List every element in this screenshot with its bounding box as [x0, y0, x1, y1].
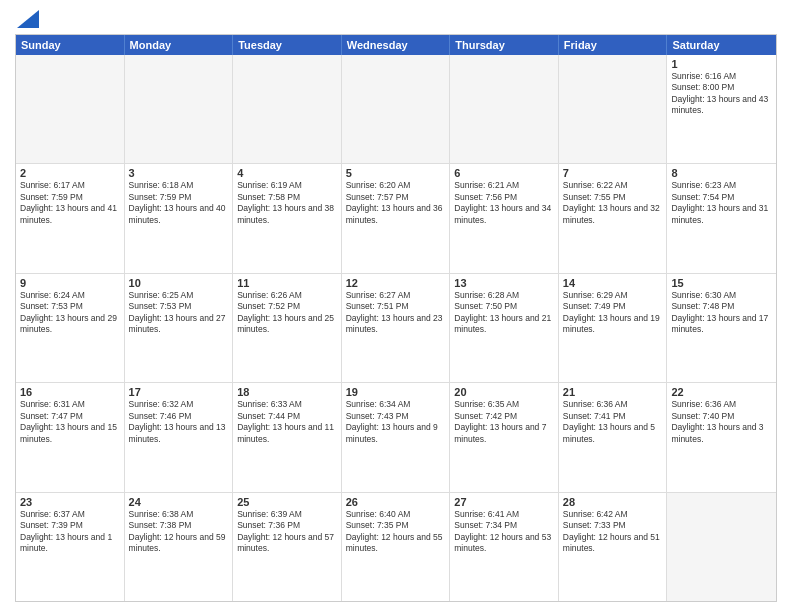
day-number: 24	[129, 496, 229, 508]
day-number: 14	[563, 277, 663, 289]
day-number: 6	[454, 167, 554, 179]
cell-info: Sunrise: 6:17 AM Sunset: 7:59 PM Dayligh…	[20, 180, 120, 226]
calendar-cell-4-1: 24Sunrise: 6:38 AM Sunset: 7:38 PM Dayli…	[125, 493, 234, 601]
day-number: 19	[346, 386, 446, 398]
cell-info: Sunrise: 6:26 AM Sunset: 7:52 PM Dayligh…	[237, 290, 337, 336]
cell-info: Sunrise: 6:16 AM Sunset: 8:00 PM Dayligh…	[671, 71, 772, 117]
calendar-row-1: 2Sunrise: 6:17 AM Sunset: 7:59 PM Daylig…	[16, 164, 776, 273]
cell-info: Sunrise: 6:34 AM Sunset: 7:43 PM Dayligh…	[346, 399, 446, 445]
calendar-cell-3-1: 17Sunrise: 6:32 AM Sunset: 7:46 PM Dayli…	[125, 383, 234, 491]
calendar-cell-4-4: 27Sunrise: 6:41 AM Sunset: 7:34 PM Dayli…	[450, 493, 559, 601]
cell-info: Sunrise: 6:41 AM Sunset: 7:34 PM Dayligh…	[454, 509, 554, 555]
cell-info: Sunrise: 6:23 AM Sunset: 7:54 PM Dayligh…	[671, 180, 772, 226]
header-day-monday: Monday	[125, 35, 234, 55]
calendar-cell-2-1: 10Sunrise: 6:25 AM Sunset: 7:53 PM Dayli…	[125, 274, 234, 382]
header-day-wednesday: Wednesday	[342, 35, 451, 55]
day-number: 13	[454, 277, 554, 289]
day-number: 26	[346, 496, 446, 508]
calendar-cell-3-6: 22Sunrise: 6:36 AM Sunset: 7:40 PM Dayli…	[667, 383, 776, 491]
cell-info: Sunrise: 6:19 AM Sunset: 7:58 PM Dayligh…	[237, 180, 337, 226]
cell-info: Sunrise: 6:36 AM Sunset: 7:40 PM Dayligh…	[671, 399, 772, 445]
calendar-cell-0-2	[233, 55, 342, 163]
calendar-cell-1-0: 2Sunrise: 6:17 AM Sunset: 7:59 PM Daylig…	[16, 164, 125, 272]
day-number: 7	[563, 167, 663, 179]
cell-info: Sunrise: 6:39 AM Sunset: 7:36 PM Dayligh…	[237, 509, 337, 555]
header-day-tuesday: Tuesday	[233, 35, 342, 55]
cell-info: Sunrise: 6:21 AM Sunset: 7:56 PM Dayligh…	[454, 180, 554, 226]
day-number: 22	[671, 386, 772, 398]
day-number: 12	[346, 277, 446, 289]
calendar-cell-2-2: 11Sunrise: 6:26 AM Sunset: 7:52 PM Dayli…	[233, 274, 342, 382]
calendar-cell-1-6: 8Sunrise: 6:23 AM Sunset: 7:54 PM Daylig…	[667, 164, 776, 272]
cell-info: Sunrise: 6:40 AM Sunset: 7:35 PM Dayligh…	[346, 509, 446, 555]
header-day-saturday: Saturday	[667, 35, 776, 55]
day-number: 20	[454, 386, 554, 398]
logo-icon	[17, 10, 39, 28]
calendar-cell-3-5: 21Sunrise: 6:36 AM Sunset: 7:41 PM Dayli…	[559, 383, 668, 491]
calendar-cell-0-6: 1Sunrise: 6:16 AM Sunset: 8:00 PM Daylig…	[667, 55, 776, 163]
day-number: 2	[20, 167, 120, 179]
calendar-cell-4-2: 25Sunrise: 6:39 AM Sunset: 7:36 PM Dayli…	[233, 493, 342, 601]
calendar-cell-3-0: 16Sunrise: 6:31 AM Sunset: 7:47 PM Dayli…	[16, 383, 125, 491]
calendar-cell-4-0: 23Sunrise: 6:37 AM Sunset: 7:39 PM Dayli…	[16, 493, 125, 601]
calendar-cell-1-4: 6Sunrise: 6:21 AM Sunset: 7:56 PM Daylig…	[450, 164, 559, 272]
cell-info: Sunrise: 6:30 AM Sunset: 7:48 PM Dayligh…	[671, 290, 772, 336]
day-number: 4	[237, 167, 337, 179]
day-number: 5	[346, 167, 446, 179]
calendar-cell-0-4	[450, 55, 559, 163]
cell-info: Sunrise: 6:36 AM Sunset: 7:41 PM Dayligh…	[563, 399, 663, 445]
cell-info: Sunrise: 6:18 AM Sunset: 7:59 PM Dayligh…	[129, 180, 229, 226]
calendar-row-0: 1Sunrise: 6:16 AM Sunset: 8:00 PM Daylig…	[16, 55, 776, 164]
calendar-cell-3-2: 18Sunrise: 6:33 AM Sunset: 7:44 PM Dayli…	[233, 383, 342, 491]
calendar-header-row: SundayMondayTuesdayWednesdayThursdayFrid…	[16, 35, 776, 55]
cell-info: Sunrise: 6:27 AM Sunset: 7:51 PM Dayligh…	[346, 290, 446, 336]
calendar-cell-4-5: 28Sunrise: 6:42 AM Sunset: 7:33 PM Dayli…	[559, 493, 668, 601]
cell-info: Sunrise: 6:38 AM Sunset: 7:38 PM Dayligh…	[129, 509, 229, 555]
cell-info: Sunrise: 6:25 AM Sunset: 7:53 PM Dayligh…	[129, 290, 229, 336]
calendar-cell-1-5: 7Sunrise: 6:22 AM Sunset: 7:55 PM Daylig…	[559, 164, 668, 272]
calendar-cell-4-3: 26Sunrise: 6:40 AM Sunset: 7:35 PM Dayli…	[342, 493, 451, 601]
header-day-thursday: Thursday	[450, 35, 559, 55]
day-number: 17	[129, 386, 229, 398]
day-number: 21	[563, 386, 663, 398]
calendar-cell-0-1	[125, 55, 234, 163]
calendar-cell-2-6: 15Sunrise: 6:30 AM Sunset: 7:48 PM Dayli…	[667, 274, 776, 382]
calendar-cell-4-6	[667, 493, 776, 601]
header	[15, 10, 777, 26]
calendar-cell-1-3: 5Sunrise: 6:20 AM Sunset: 7:57 PM Daylig…	[342, 164, 451, 272]
cell-info: Sunrise: 6:29 AM Sunset: 7:49 PM Dayligh…	[563, 290, 663, 336]
header-day-friday: Friday	[559, 35, 668, 55]
day-number: 18	[237, 386, 337, 398]
day-number: 23	[20, 496, 120, 508]
calendar: SundayMondayTuesdayWednesdayThursdayFrid…	[15, 34, 777, 602]
day-number: 10	[129, 277, 229, 289]
calendar-cell-2-0: 9Sunrise: 6:24 AM Sunset: 7:53 PM Daylig…	[16, 274, 125, 382]
header-day-sunday: Sunday	[16, 35, 125, 55]
calendar-cell-1-1: 3Sunrise: 6:18 AM Sunset: 7:59 PM Daylig…	[125, 164, 234, 272]
calendar-cell-0-0	[16, 55, 125, 163]
calendar-row-3: 16Sunrise: 6:31 AM Sunset: 7:47 PM Dayli…	[16, 383, 776, 492]
calendar-row-2: 9Sunrise: 6:24 AM Sunset: 7:53 PM Daylig…	[16, 274, 776, 383]
calendar-cell-2-5: 14Sunrise: 6:29 AM Sunset: 7:49 PM Dayli…	[559, 274, 668, 382]
cell-info: Sunrise: 6:35 AM Sunset: 7:42 PM Dayligh…	[454, 399, 554, 445]
calendar-cell-3-3: 19Sunrise: 6:34 AM Sunset: 7:43 PM Dayli…	[342, 383, 451, 491]
calendar-cell-1-2: 4Sunrise: 6:19 AM Sunset: 7:58 PM Daylig…	[233, 164, 342, 272]
logo	[15, 10, 39, 26]
cell-info: Sunrise: 6:32 AM Sunset: 7:46 PM Dayligh…	[129, 399, 229, 445]
day-number: 25	[237, 496, 337, 508]
calendar-cell-0-5	[559, 55, 668, 163]
day-number: 16	[20, 386, 120, 398]
cell-info: Sunrise: 6:20 AM Sunset: 7:57 PM Dayligh…	[346, 180, 446, 226]
cell-info: Sunrise: 6:42 AM Sunset: 7:33 PM Dayligh…	[563, 509, 663, 555]
cell-info: Sunrise: 6:31 AM Sunset: 7:47 PM Dayligh…	[20, 399, 120, 445]
day-number: 1	[671, 58, 772, 70]
cell-info: Sunrise: 6:33 AM Sunset: 7:44 PM Dayligh…	[237, 399, 337, 445]
cell-info: Sunrise: 6:22 AM Sunset: 7:55 PM Dayligh…	[563, 180, 663, 226]
svg-marker-0	[17, 10, 39, 28]
page: SundayMondayTuesdayWednesdayThursdayFrid…	[0, 0, 792, 612]
day-number: 28	[563, 496, 663, 508]
day-number: 27	[454, 496, 554, 508]
day-number: 9	[20, 277, 120, 289]
cell-info: Sunrise: 6:37 AM Sunset: 7:39 PM Dayligh…	[20, 509, 120, 555]
calendar-cell-2-3: 12Sunrise: 6:27 AM Sunset: 7:51 PM Dayli…	[342, 274, 451, 382]
